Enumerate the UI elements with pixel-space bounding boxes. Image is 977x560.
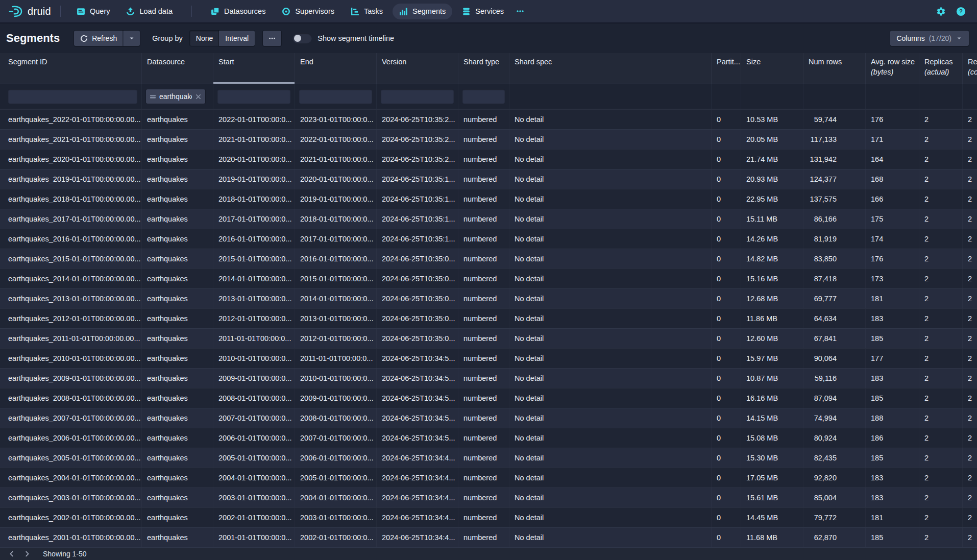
refresh-caret-button[interactable]: [123, 31, 140, 46]
nav-item-services[interactable]: Services: [455, 4, 510, 19]
cell-datasource: earthquakes: [142, 329, 213, 348]
cell-num_rows: 124,377: [803, 169, 866, 189]
button-label: Interval: [225, 34, 249, 42]
table-row[interactable]: earthquakes_2006-01-01T00:00:00.00...ear…: [0, 428, 977, 448]
cell-segment_id: earthquakes_2014-01-01T00:00:00.00...: [0, 269, 142, 288]
segment-timeline-toggle[interactable]: [292, 33, 312, 43]
cell-num_rows: 59,744: [803, 110, 866, 129]
datasource-filter-chip[interactable]: earthquake: [146, 89, 205, 104]
column-header-shard_type[interactable]: Shard type: [458, 53, 509, 84]
cell-segment_id: earthquakes_2010-01-01T00:00:00.00...: [0, 349, 142, 368]
columns-button[interactable]: Columns (17/20): [890, 31, 969, 46]
nav-item-load-data[interactable]: Load data: [119, 4, 179, 19]
more-options-button[interactable]: [263, 31, 281, 46]
table-row[interactable]: earthquakes_2011-01-01T00:00:00.00...ear…: [0, 328, 977, 348]
nav-item-supervisors[interactable]: Supervisors: [275, 4, 341, 19]
filter-input-segment_id[interactable]: [8, 89, 137, 104]
cell-datasource: earthquakes: [142, 289, 213, 308]
cell-replication_factor: 2: [963, 229, 977, 249]
cell-shard_type: numbered: [458, 269, 509, 288]
cell-replicas: 2: [919, 169, 963, 189]
cell-num_rows: 137,575: [803, 189, 866, 209]
cell-shard_type: numbered: [458, 209, 509, 229]
table-row[interactable]: earthquakes_2003-01-01T00:00:00.00...ear…: [0, 488, 977, 507]
table-row[interactable]: earthquakes_2008-01-01T00:00:00.00...ear…: [0, 388, 977, 408]
group-by-none-button[interactable]: None: [190, 31, 219, 46]
table-row[interactable]: earthquakes_2022-01-01T00:00:00.00...ear…: [0, 109, 977, 129]
table-row[interactable]: earthquakes_2010-01-01T00:00:00.00...ear…: [0, 348, 977, 368]
cell-datasource: earthquakes: [142, 448, 213, 468]
next-page-button[interactable]: [19, 548, 35, 559]
column-header-start[interactable]: Start: [213, 53, 295, 84]
column-header-replication_factor[interactable]: Replication factor(configured): [963, 53, 977, 84]
filter-input-shard_type[interactable]: [462, 89, 505, 104]
nav-item-tasks[interactable]: Tasks: [344, 4, 389, 19]
nav-more-button[interactable]: [510, 4, 530, 19]
segments-table: Segment IDDatasourceStartEndVersionShard…: [0, 53, 977, 547]
filter-cell-shard_type: [458, 84, 509, 109]
column-header-partition[interactable]: Partit...: [712, 53, 741, 84]
column-header-end[interactable]: End: [295, 53, 377, 84]
cell-replicas: 2: [919, 408, 963, 428]
cell-num_rows: 82,435: [803, 448, 866, 468]
cell-datasource: earthquakes: [142, 249, 213, 269]
table-row[interactable]: earthquakes_2014-01-01T00:00:00.00...ear…: [0, 269, 977, 288]
chip-remove-icon[interactable]: [195, 93, 202, 100]
table-row[interactable]: earthquakes_2015-01-01T00:00:00.00...ear…: [0, 249, 977, 269]
cell-replication_factor: 2: [963, 289, 977, 308]
table-row[interactable]: earthquakes_2020-01-01T00:00:00.00...ear…: [0, 149, 977, 169]
table-row[interactable]: earthquakes_2013-01-01T00:00:00.00...ear…: [0, 288, 977, 308]
cell-partition: 0: [712, 189, 741, 209]
table-row[interactable]: earthquakes_2002-01-01T00:00:00.00...ear…: [0, 507, 977, 527]
table-row[interactable]: earthquakes_2001-01-01T00:00:00.00...ear…: [0, 527, 977, 547]
filter-cell-start: [213, 84, 295, 109]
druid-logo[interactable]: druid: [8, 5, 51, 18]
nav-item-datasources[interactable]: Datasources: [204, 4, 272, 19]
cell-start: 2013-01-01T00:00:0...: [213, 289, 295, 308]
cell-version: 2024-06-25T10:35:0...: [377, 289, 458, 308]
table-row[interactable]: earthquakes_2004-01-01T00:00:00.00...ear…: [0, 468, 977, 488]
table-row[interactable]: earthquakes_2018-01-01T00:00:00.00...ear…: [0, 189, 977, 209]
table-row[interactable]: earthquakes_2016-01-01T00:00:00.00...ear…: [0, 229, 977, 249]
cell-replicas: 2: [919, 150, 963, 169]
cell-num_rows: 83,850: [803, 249, 866, 269]
help-icon[interactable]: ?: [956, 7, 966, 16]
previous-page-button[interactable]: [4, 548, 19, 559]
column-header-segment_id[interactable]: Segment ID: [0, 53, 142, 84]
table-row[interactable]: earthquakes_2005-01-01T00:00:00.00...ear…: [0, 448, 977, 468]
table-row[interactable]: earthquakes_2019-01-01T00:00:00.00...ear…: [0, 169, 977, 189]
filter-input-version[interactable]: [381, 89, 454, 104]
column-label: End: [300, 58, 313, 66]
nav-item-segments[interactable]: Segments: [393, 4, 452, 19]
nav-item-query[interactable]: Query: [70, 4, 117, 19]
cell-start: 2020-01-01T00:00:0...: [213, 150, 295, 169]
table-row[interactable]: earthquakes_2017-01-01T00:00:00.00...ear…: [0, 209, 977, 229]
table-row[interactable]: earthquakes_2007-01-01T00:00:00.00...ear…: [0, 408, 977, 428]
column-header-replicas[interactable]: Replicas(actual): [919, 53, 963, 84]
cell-num_rows: 59,116: [803, 369, 866, 388]
cell-avg_row_size: 171: [866, 130, 919, 149]
column-header-shard_spec[interactable]: Shard spec: [509, 53, 712, 84]
column-header-version[interactable]: Version: [377, 53, 458, 84]
table-row[interactable]: earthquakes_2021-01-01T00:00:00.00...ear…: [0, 129, 977, 149]
filter-input-end[interactable]: [299, 89, 372, 104]
column-header-size[interactable]: Size: [741, 53, 803, 84]
cell-partition: 0: [712, 169, 741, 189]
table-row[interactable]: earthquakes_2012-01-01T00:00:00.00...ear…: [0, 308, 977, 328]
cell-size: 11.86 MB: [741, 309, 803, 328]
cell-segment_id: earthquakes_2009-01-01T00:00:00.00...: [0, 369, 142, 388]
filter-input-start[interactable]: [217, 89, 290, 104]
column-label: Replicas: [924, 58, 953, 66]
column-header-avg_row_size[interactable]: Avg. row size(bytes): [866, 53, 919, 84]
cell-shard_type: numbered: [458, 329, 509, 348]
column-header-num_rows[interactable]: Num rows: [803, 53, 866, 84]
column-header-datasource[interactable]: Datasource: [142, 53, 213, 84]
cell-partition: 0: [712, 309, 741, 328]
group-by-interval-button[interactable]: Interval: [219, 31, 255, 46]
settings-gear-icon[interactable]: [936, 7, 946, 16]
refresh-button[interactable]: Refresh: [74, 31, 123, 46]
cell-avg_row_size: 176: [866, 110, 919, 129]
cell-segment_id: earthquakes_2020-01-01T00:00:00.00...: [0, 150, 142, 169]
cell-size: 15.11 MB: [741, 209, 803, 229]
table-row[interactable]: earthquakes_2009-01-01T00:00:00.00...ear…: [0, 368, 977, 388]
